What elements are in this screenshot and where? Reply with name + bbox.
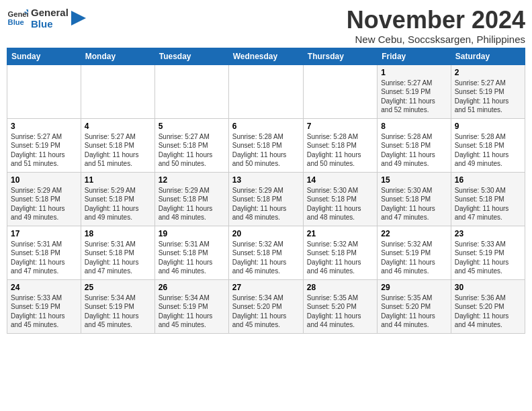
calendar-week-row: 10Sunrise: 5:29 AMSunset: 5:18 PMDayligh… (7, 172, 525, 226)
day-number: 21 (307, 229, 373, 238)
svg-marker-4 (71, 11, 86, 26)
day-number: 26 (159, 283, 225, 292)
day-number: 20 (232, 229, 300, 238)
calendar-cell (81, 64, 154, 118)
calendar-cell: 12Sunrise: 5:29 AMSunset: 5:18 PMDayligh… (154, 172, 228, 226)
day-number: 10 (11, 175, 77, 185)
day-number: 15 (381, 175, 447, 185)
day-info: Sunrise: 5:35 AMSunset: 5:20 PMDaylight:… (307, 293, 373, 330)
day-number: 24 (11, 283, 77, 292)
calendar-body: 1Sunrise: 5:27 AMSunset: 5:19 PMDaylight… (7, 64, 525, 333)
calendar-cell: 30Sunrise: 5:36 AMSunset: 5:20 PMDayligh… (451, 279, 525, 333)
day-number: 19 (159, 229, 225, 238)
day-info: Sunrise: 5:28 AMSunset: 5:18 PMDaylight:… (381, 132, 447, 169)
logo-arrow-icon (71, 11, 86, 26)
calendar-cell: 25Sunrise: 5:34 AMSunset: 5:19 PMDayligh… (81, 279, 154, 333)
calendar-cell: 3Sunrise: 5:27 AMSunset: 5:19 PMDaylight… (7, 118, 81, 172)
day-info: Sunrise: 5:28 AMSunset: 5:18 PMDaylight:… (307, 132, 373, 169)
day-number: 5 (159, 122, 225, 131)
day-info: Sunrise: 5:27 AMSunset: 5:18 PMDaylight:… (85, 132, 151, 169)
calendar-cell: 19Sunrise: 5:31 AMSunset: 5:18 PMDayligh… (154, 226, 228, 279)
day-info: Sunrise: 5:28 AMSunset: 5:18 PMDaylight:… (455, 132, 521, 169)
day-number: 2 (455, 68, 521, 77)
calendar-cell: 11Sunrise: 5:29 AMSunset: 5:18 PMDayligh… (81, 172, 154, 226)
calendar-cell: 20Sunrise: 5:32 AMSunset: 5:18 PMDayligh… (228, 226, 303, 279)
calendar-cell: 21Sunrise: 5:32 AMSunset: 5:18 PMDayligh… (303, 226, 377, 279)
calendar-cell: 1Sunrise: 5:27 AMSunset: 5:19 PMDaylight… (378, 64, 451, 118)
day-info: Sunrise: 5:29 AMSunset: 5:18 PMDaylight:… (85, 186, 151, 222)
calendar-cell: 10Sunrise: 5:29 AMSunset: 5:18 PMDayligh… (7, 172, 81, 226)
day-info: Sunrise: 5:30 AMSunset: 5:18 PMDaylight:… (455, 186, 521, 222)
calendar-week-row: 17Sunrise: 5:31 AMSunset: 5:18 PMDayligh… (7, 226, 525, 279)
logo-icon: General Blue (7, 7, 28, 29)
calendar-cell: 15Sunrise: 5:30 AMSunset: 5:18 PMDayligh… (378, 172, 451, 226)
calendar-cell: 23Sunrise: 5:33 AMSunset: 5:19 PMDayligh… (451, 226, 525, 279)
day-info: Sunrise: 5:31 AMSunset: 5:18 PMDaylight:… (159, 240, 225, 276)
logo-text-line1: General (31, 7, 69, 18)
calendar-cell: 26Sunrise: 5:34 AMSunset: 5:19 PMDayligh… (154, 279, 228, 333)
calendar-cell: 5Sunrise: 5:27 AMSunset: 5:18 PMDaylight… (154, 118, 228, 172)
svg-text:Blue: Blue (8, 18, 24, 26)
day-number: 30 (455, 283, 521, 292)
logo-text-line2: Blue (31, 18, 69, 30)
day-info: Sunrise: 5:30 AMSunset: 5:18 PMDaylight:… (381, 186, 447, 222)
svg-text:General: General (8, 11, 28, 19)
calendar-cell (154, 64, 228, 118)
day-info: Sunrise: 5:36 AMSunset: 5:20 PMDaylight:… (455, 293, 521, 330)
day-info: Sunrise: 5:30 AMSunset: 5:18 PMDaylight:… (307, 186, 373, 222)
day-info: Sunrise: 5:29 AMSunset: 5:18 PMDaylight:… (159, 186, 225, 222)
weekday-header: Friday (378, 48, 451, 64)
day-number: 8 (381, 122, 447, 131)
day-number: 1 (381, 68, 447, 77)
day-info: Sunrise: 5:27 AMSunset: 5:19 PMDaylight:… (11, 132, 77, 169)
location-subtitle: New Cebu, Soccsksargen, Philippines (347, 34, 525, 45)
calendar-cell: 2Sunrise: 5:27 AMSunset: 5:19 PMDaylight… (451, 64, 525, 118)
day-number: 14 (307, 175, 373, 185)
month-year-title: November 2024 (347, 7, 525, 34)
day-number: 25 (85, 283, 151, 292)
day-number: 11 (85, 175, 151, 185)
day-info: Sunrise: 5:27 AMSunset: 5:19 PMDaylight:… (455, 79, 521, 115)
day-info: Sunrise: 5:29 AMSunset: 5:18 PMDaylight:… (232, 186, 300, 222)
calendar-cell (228, 64, 303, 118)
calendar-cell: 24Sunrise: 5:33 AMSunset: 5:19 PMDayligh… (7, 279, 81, 333)
calendar-cell: 7Sunrise: 5:28 AMSunset: 5:18 PMDaylight… (303, 118, 377, 172)
day-info: Sunrise: 5:29 AMSunset: 5:18 PMDaylight:… (11, 186, 77, 222)
calendar-cell: 14Sunrise: 5:30 AMSunset: 5:18 PMDayligh… (303, 172, 377, 226)
day-number: 3 (11, 122, 77, 131)
day-number: 23 (455, 229, 521, 238)
calendar-cell (303, 64, 377, 118)
calendar-cell: 27Sunrise: 5:34 AMSunset: 5:20 PMDayligh… (228, 279, 303, 333)
day-number: 22 (381, 229, 447, 238)
calendar-header: SundayMondayTuesdayWednesdayThursdayFrid… (7, 48, 525, 64)
day-info: Sunrise: 5:27 AMSunset: 5:18 PMDaylight:… (159, 132, 225, 169)
day-number: 17 (11, 229, 77, 238)
day-info: Sunrise: 5:35 AMSunset: 5:20 PMDaylight:… (381, 293, 447, 330)
calendar-cell: 13Sunrise: 5:29 AMSunset: 5:18 PMDayligh… (228, 172, 303, 226)
calendar-week-row: 3Sunrise: 5:27 AMSunset: 5:19 PMDaylight… (7, 118, 525, 172)
calendar-cell: 16Sunrise: 5:30 AMSunset: 5:18 PMDayligh… (451, 172, 525, 226)
day-info: Sunrise: 5:28 AMSunset: 5:18 PMDaylight:… (232, 132, 300, 169)
weekday-header: Thursday (303, 48, 377, 64)
day-info: Sunrise: 5:34 AMSunset: 5:20 PMDaylight:… (232, 293, 300, 330)
day-info: Sunrise: 5:33 AMSunset: 5:19 PMDaylight:… (11, 293, 77, 330)
day-info: Sunrise: 5:32 AMSunset: 5:19 PMDaylight:… (381, 240, 447, 276)
calendar-cell (7, 64, 81, 118)
calendar-cell: 28Sunrise: 5:35 AMSunset: 5:20 PMDayligh… (303, 279, 377, 333)
day-info: Sunrise: 5:31 AMSunset: 5:18 PMDaylight:… (85, 240, 151, 276)
logo: General Blue General Blue (7, 7, 86, 30)
day-info: Sunrise: 5:34 AMSunset: 5:19 PMDaylight:… (85, 293, 151, 330)
day-number: 13 (232, 175, 300, 185)
day-number: 27 (232, 283, 300, 292)
day-number: 28 (307, 283, 373, 292)
calendar-cell: 18Sunrise: 5:31 AMSunset: 5:18 PMDayligh… (81, 226, 154, 279)
day-info: Sunrise: 5:31 AMSunset: 5:18 PMDaylight:… (11, 240, 77, 276)
calendar-table: SundayMondayTuesdayWednesdayThursdayFrid… (7, 48, 525, 334)
calendar-cell: 22Sunrise: 5:32 AMSunset: 5:19 PMDayligh… (378, 226, 451, 279)
day-info: Sunrise: 5:32 AMSunset: 5:18 PMDaylight:… (307, 240, 373, 276)
calendar-cell: 29Sunrise: 5:35 AMSunset: 5:20 PMDayligh… (378, 279, 451, 333)
calendar-cell: 6Sunrise: 5:28 AMSunset: 5:18 PMDaylight… (228, 118, 303, 172)
day-info: Sunrise: 5:34 AMSunset: 5:19 PMDaylight:… (159, 293, 225, 330)
day-number: 9 (455, 122, 521, 131)
day-number: 12 (159, 175, 225, 185)
